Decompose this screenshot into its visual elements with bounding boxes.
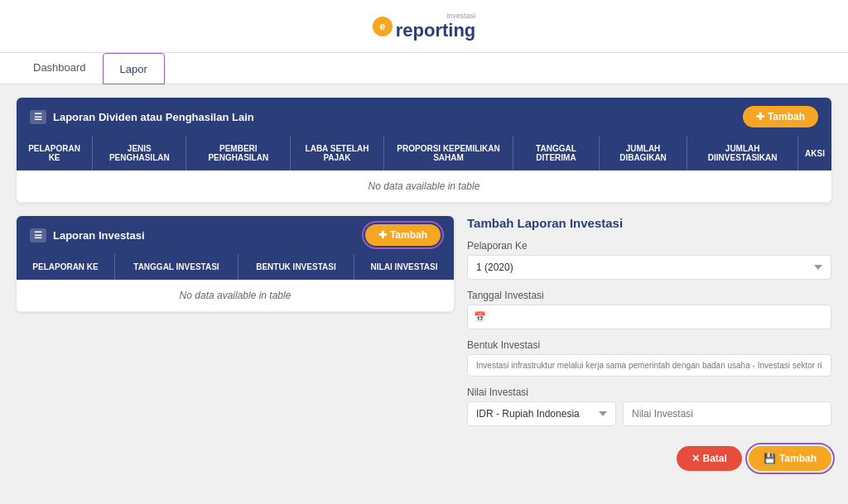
- nav-tabs: Dashboard Lapor: [0, 53, 848, 84]
- lower-section: ☰ Laporan Investasi ✚ Tambah PELAPORAN K…: [17, 216, 831, 478]
- form-panel: Tambah Laporan Investasi Pelaporan Ke 1 …: [467, 216, 831, 478]
- plus-icon: ✚: [756, 111, 764, 122]
- investasi-table-area: ☰ Laporan Investasi ✚ Tambah PELAPORAN K…: [17, 216, 454, 478]
- input-tanggal-investasi[interactable]: [467, 305, 831, 329]
- col-inv-tanggal: TANGGAL INVESTASI: [115, 254, 238, 280]
- logo-area: e investasi reporting: [373, 12, 476, 41]
- section-dividen-icon: ☰: [30, 110, 46, 124]
- form-group-nilai: Nilai Investasi IDR - Rupiah Indonesia U…: [467, 386, 831, 426]
- investasi-no-data-row: No data available in table: [17, 280, 454, 312]
- date-input-wrapper: 📅: [467, 305, 831, 329]
- dividen-table-header: PELAPORAN KE JENIS PENGHASILAN PEMBERI P…: [17, 136, 831, 170]
- calendar-icon: 📅: [474, 311, 486, 323]
- logo-brand: reporting: [396, 20, 476, 41]
- col-aksi: AKSI: [798, 136, 831, 170]
- input-bentuk-investasi[interactable]: [467, 354, 831, 377]
- form-group-bentuk: Bentuk Investasi: [467, 339, 831, 377]
- section-dividen-title: ☰ Laporan Dividen atau Penghasilan Lain: [30, 110, 254, 124]
- form-title: Tambah Laporan Investasi: [467, 216, 831, 230]
- col-pemberi-penghasilan: PEMBERI PENGHASILAN: [186, 136, 291, 170]
- form-group-tanggal: Tanggal Investasi 📅: [467, 290, 831, 329]
- col-jumlah-diinvestasikan: JUMLAH DIINVESTASIKAN: [687, 136, 798, 170]
- tab-lapor[interactable]: Lapor: [103, 53, 165, 84]
- tab-dashboard[interactable]: Dashboard: [17, 53, 103, 84]
- select-pelaporan-ke[interactable]: 1 (2020) 2 (2020) 3 (2020): [467, 255, 831, 280]
- main-content: ☰ Laporan Dividen atau Penghasilan Lain …: [0, 84, 848, 491]
- x-icon: ✕: [691, 453, 700, 464]
- input-nilai-investasi[interactable]: [623, 401, 831, 426]
- tambah-investasi-button[interactable]: ✚ Tambah: [365, 224, 441, 246]
- section-dividen-card: ☰ Laporan Dividen atau Penghasilan Lain …: [17, 98, 831, 203]
- section-investasi-icon: ☰: [30, 228, 46, 242]
- label-tanggal-investasi: Tanggal Investasi: [467, 290, 831, 301]
- logo-label: investasi: [396, 12, 476, 20]
- dividen-table: PELAPORAN KE JENIS PENGHASILAN PEMBERI P…: [17, 136, 831, 203]
- col-inv-bentuk: BENTUK INVESTASI: [238, 254, 354, 280]
- label-pelaporan-ke: Pelaporan Ke: [467, 240, 831, 252]
- section-investasi-header: ☰ Laporan Investasi ✚ Tambah: [17, 216, 454, 254]
- col-proporsi-kepemilikan: PROPORSI KEPEMILIKAN SAHAM: [383, 136, 513, 170]
- save-icon: 💾: [764, 453, 776, 464]
- investasi-table: PELAPORAN KE TANGGAL INVESTASI BENTUK IN…: [17, 254, 454, 312]
- header: e investasi reporting: [0, 0, 848, 53]
- section-investasi-card: ☰ Laporan Investasi ✚ Tambah PELAPORAN K…: [17, 216, 454, 312]
- col-inv-nilai: NILAI INVESTASI: [354, 254, 454, 280]
- form-actions: ✕ Batal 💾 Tambah: [467, 439, 831, 478]
- logo-icon: e: [373, 17, 393, 36]
- batal-button[interactable]: ✕ Batal: [677, 446, 742, 471]
- label-bentuk-investasi: Bentuk Investasi: [467, 339, 831, 351]
- nilai-row: IDR - Rupiah Indonesia USD - US Dollar: [467, 401, 831, 426]
- col-jumlah-dibagikan: JUMLAH DIBAGIKAN: [599, 136, 687, 170]
- col-tanggal-diterima: TANGGAL DITERIMA: [513, 136, 599, 170]
- section-dividen-header: ☰ Laporan Dividen atau Penghasilan Lain …: [17, 98, 831, 136]
- section-investasi-title: ☰ Laporan Investasi: [30, 228, 145, 242]
- col-inv-pelaporan-ke: PELAPORAN KE: [17, 254, 115, 280]
- col-laba-setelah-pajak: LABA SETELAH PAJAK: [291, 136, 384, 170]
- col-pelaporan-ke: PELAPORAN KE: [17, 136, 93, 170]
- form-group-pelaporan-ke: Pelaporan Ke 1 (2020) 2 (2020) 3 (2020): [467, 240, 831, 280]
- tambah-dividen-button[interactable]: ✚ Tambah: [743, 106, 818, 127]
- select-currency[interactable]: IDR - Rupiah Indonesia USD - US Dollar: [467, 401, 616, 426]
- tambah-form-button[interactable]: 💾 Tambah: [749, 446, 831, 471]
- col-jenis-penghasilan: JENIS PENGHASILAN: [93, 136, 186, 170]
- label-nilai-investasi: Nilai Investasi: [467, 386, 831, 398]
- plus-icon-2: ✚: [378, 229, 387, 241]
- dividen-no-data-row: No data available in table: [17, 170, 831, 203]
- investasi-table-header: PELAPORAN KE TANGGAL INVESTASI BENTUK IN…: [17, 254, 454, 280]
